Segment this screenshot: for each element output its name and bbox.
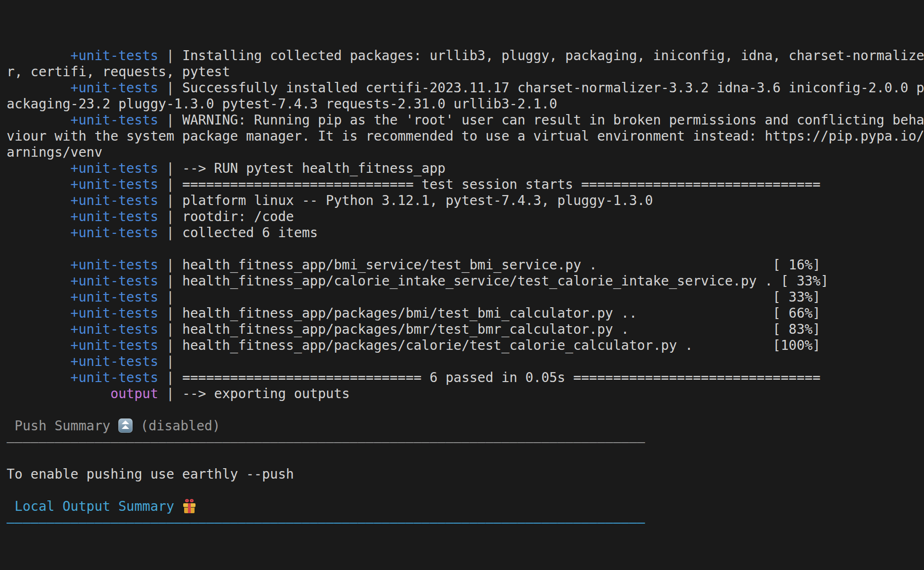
target-label: +unit-tests	[71, 225, 158, 240]
push-summary-row: Push Summary (disabled)	[7, 418, 924, 434]
target-label: +unit-tests	[71, 193, 158, 208]
log-text	[7, 289, 71, 305]
log-message: Installing collected packages: urllib3, …	[182, 48, 924, 63]
target-label: +unit-tests	[71, 321, 158, 337]
log-row: +unit-tests | collected 6 items	[7, 225, 924, 241]
pipe-separator: |	[158, 193, 182, 208]
push-hint-row: To enable pushing use earthly --push	[7, 466, 924, 482]
target-label: +unit-tests	[71, 289, 158, 305]
log-text	[637, 305, 773, 321]
push-hint: To enable pushing use earthly --push	[7, 466, 294, 482]
blank-row	[7, 531, 924, 547]
log-row: output | --> exporting outputs	[7, 386, 924, 402]
log-row: +unit-tests | health_fitness_app/package…	[7, 321, 924, 338]
log-text	[7, 112, 71, 128]
log-row: +unit-tests | health_fitness_app/calorie…	[7, 273, 924, 289]
target-label: +unit-tests	[71, 80, 158, 96]
blank-row	[7, 563, 924, 570]
pipe-separator: |	[158, 257, 182, 273]
separator-row: ————————————————————————————————————————…	[7, 515, 924, 531]
pytest-session-header: ============================= test sessi…	[182, 177, 821, 192]
pipe-separator: |	[158, 370, 182, 385]
target-label: +unit-tests	[71, 273, 158, 289]
log-text	[7, 305, 71, 321]
terminal: +unit-tests | Installing collected packa…	[0, 0, 924, 570]
log-message: platform linux -- Python 3.12.1, pytest-…	[182, 193, 653, 208]
separator-row: ————————————————————————————————————————…	[7, 434, 924, 450]
target-label: +unit-tests	[71, 112, 158, 128]
blank-row	[7, 402, 924, 418]
log-row: +unit-tests |	[7, 354, 924, 370]
log-row: +unit-tests | WARNING: Running pip as th…	[7, 112, 924, 128]
log-message: --> exporting outputs	[182, 386, 350, 401]
log-row: +unit-tests | ==========================…	[7, 177, 924, 193]
gift-icon	[182, 499, 196, 513]
log-row: +unit-tests | Successfully installed cer…	[7, 80, 924, 96]
test-progress: [ 16%]	[773, 257, 820, 273]
log-message: rootdir: /code	[182, 209, 294, 224]
log-text	[7, 48, 71, 63]
local-output-summary-row: Local Output Summary	[7, 499, 924, 515]
log-row: +unit-tests | ==========================…	[7, 370, 924, 386]
log-row: +unit-tests | rootdir: /code	[7, 209, 924, 225]
target-label: +unit-tests	[71, 338, 158, 353]
log-row: +unit-tests | health_fitness_app/bmi_ser…	[7, 257, 924, 273]
log-text	[7, 225, 71, 240]
pipe-separator: |	[158, 321, 182, 337]
target-label: +unit-tests	[71, 354, 158, 369]
log-message: --> RUN pytest health_fitness_app	[182, 160, 445, 176]
fast-up-button-icon-part	[122, 425, 129, 429]
log-text	[7, 160, 71, 176]
test-result: health_fitness_app/packages/bmr/test_bmr…	[182, 321, 629, 337]
log-text	[7, 177, 71, 192]
push-disabled-label: (disabled)	[133, 418, 220, 434]
log-text	[7, 257, 71, 273]
log-message: WARNING: Running pip as the 'root' user …	[182, 112, 924, 128]
target-label: +unit-tests	[71, 370, 158, 385]
log-row: +unit-tests | health_fitness_app/package…	[7, 305, 924, 321]
pipe-separator: |	[158, 305, 182, 321]
output-label: output	[110, 386, 158, 401]
target-label: +unit-tests	[71, 160, 158, 176]
target-label: +unit-tests	[71, 209, 158, 224]
test-progress: [100%]	[773, 338, 820, 353]
pipe-separator: |	[158, 273, 182, 289]
log-row: +unit-tests | health_fitness_app/package…	[7, 338, 924, 354]
log-message: Successfully installed certifi-2023.11.1…	[182, 80, 924, 96]
log-message: r, certifi, requests, pytest	[7, 64, 230, 80]
log-text	[7, 321, 71, 337]
gift-icon-part	[188, 503, 191, 513]
test-result: health_fitness_app/bmi_service/test_bmi_…	[182, 257, 597, 273]
pipe-separator: |	[158, 48, 182, 63]
target-label: +unit-tests	[71, 257, 158, 273]
blank-row	[7, 482, 924, 499]
blank-row	[7, 547, 924, 563]
log-row: +unit-tests | platform linux -- Python 3…	[7, 193, 924, 209]
target-label: +unit-tests	[71, 305, 158, 321]
log-message: collected 6 items	[182, 225, 318, 240]
fast-up-button-icon-part	[122, 420, 129, 424]
pipe-separator: |	[158, 80, 182, 96]
test-progress: [ 66%]	[773, 305, 820, 321]
pipe-separator: |	[158, 354, 174, 369]
pipe-separator: |	[158, 338, 182, 353]
log-row-wrap: ackaging-23.2 pluggy-1.3.0 pytest-7.4.3 …	[7, 96, 924, 112]
separator-line: ————————————————————————————————————————…	[7, 515, 645, 530]
blank-row	[7, 241, 924, 257]
target-label: +unit-tests	[71, 177, 158, 192]
blank-row	[7, 450, 924, 466]
local-output-summary-label: Local Output Summary	[7, 499, 182, 514]
pytest-summary: ============================== 6 passed …	[182, 370, 821, 385]
log-text	[7, 193, 71, 208]
log-text	[7, 354, 71, 369]
log-text	[182, 289, 773, 305]
target-label: +unit-tests	[71, 48, 158, 63]
log-text	[629, 321, 773, 337]
log-row: +unit-tests | [ 33%]	[7, 289, 924, 305]
log-row: +unit-tests | --> RUN pytest health_fitn…	[7, 160, 924, 177]
pipe-separator: |	[158, 225, 182, 240]
log-text	[7, 80, 71, 96]
test-result: health_fitness_app/calorie_intake_servic…	[182, 273, 828, 289]
log-text	[7, 338, 71, 353]
log-text	[693, 338, 773, 353]
